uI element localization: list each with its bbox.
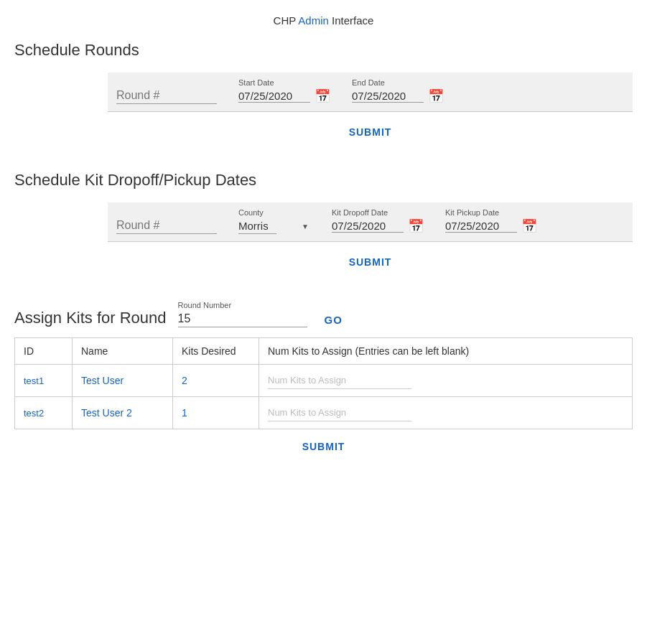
kits-table-body: test1 Test User 2 test2 Test User 2 1 xyxy=(15,365,633,429)
start-date-label: Start Date xyxy=(238,78,330,87)
row2-kits-desired: 1 xyxy=(173,397,259,429)
col-name: Name xyxy=(73,338,173,365)
end-date-field-group: End Date 📅 xyxy=(352,78,444,104)
row1-id: test1 xyxy=(15,365,73,397)
assign-kits-header: Assign Kits for Round Round Number GO xyxy=(14,301,633,327)
pickup-date-calendar-icon[interactable]: 📅 xyxy=(521,218,537,234)
schedule-rounds-form: Start Date 📅 End Date 📅 xyxy=(108,73,633,112)
dropoff-date-field: 📅 xyxy=(332,218,424,234)
dropoff-date-input[interactable] xyxy=(332,220,404,233)
kits-table-header: ID Name Kits Desired Num Kits to Assign … xyxy=(15,338,633,365)
schedule-dropoff-submit-row: SUBMIT xyxy=(108,252,633,272)
dropoff-date-field-group: Kit Dropoff Date 📅 xyxy=(332,208,424,234)
assign-kits-submit-button[interactable]: SUBMIT xyxy=(288,437,360,457)
pickup-date-label: Kit Pickup Date xyxy=(445,208,537,217)
row2-name: Test User 2 xyxy=(73,397,173,429)
assign-kits-submit-row: SUBMIT xyxy=(14,437,633,457)
start-date-calendar-icon[interactable]: 📅 xyxy=(315,88,330,104)
end-date-input[interactable] xyxy=(352,90,424,103)
dropoff-date-calendar-icon[interactable]: 📅 xyxy=(408,218,424,234)
schedule-dropoff-section: Schedule Kit Dropoff/Pickup Dates County… xyxy=(14,171,633,272)
start-date-field-group: Start Date 📅 xyxy=(238,78,330,104)
row1-num-kits-cell xyxy=(259,365,633,397)
schedule-rounds-submit-button[interactable]: SUBMIT xyxy=(335,122,406,142)
pickup-date-input[interactable] xyxy=(445,220,517,233)
assign-round-number-input[interactable] xyxy=(178,311,307,327)
county-label: County xyxy=(238,208,310,217)
pickup-date-field-group: Kit Pickup Date 📅 xyxy=(445,208,537,234)
app-title: CHP Admin Interface xyxy=(14,7,633,41)
kits-table-header-row: ID Name Kits Desired Num Kits to Assign … xyxy=(15,338,633,365)
row2-num-kits-cell xyxy=(259,397,633,429)
assign-round-number-group: Round Number xyxy=(178,301,307,327)
assign-kits-section: Assign Kits for Round Round Number GO ID… xyxy=(14,301,633,457)
col-id: ID xyxy=(15,338,73,365)
end-date-calendar-icon[interactable]: 📅 xyxy=(428,88,444,104)
dropoff-round-number-input[interactable] xyxy=(116,218,217,234)
county-field-group: County Morris Essex Bergen Hudson Passai… xyxy=(238,208,310,234)
kits-table: ID Name Kits Desired Num Kits to Assign … xyxy=(14,337,633,429)
end-date-label: End Date xyxy=(352,78,444,87)
start-date-field: 📅 xyxy=(238,88,330,104)
assign-round-number-label: Round Number xyxy=(178,301,307,309)
row1-num-kits-input[interactable] xyxy=(268,372,411,389)
dropoff-round-field-group xyxy=(116,218,217,234)
row2-num-kits-input[interactable] xyxy=(268,404,411,421)
county-select[interactable]: Morris Essex Bergen Hudson Passaic xyxy=(238,218,276,234)
go-button[interactable]: GO xyxy=(319,312,348,327)
dropoff-date-label: Kit Dropoff Date xyxy=(332,208,424,217)
round-number-input[interactable] xyxy=(116,88,217,104)
row1-name: Test User xyxy=(73,365,173,397)
table-row: test2 Test User 2 1 xyxy=(15,397,633,429)
row1-kits-desired: 2 xyxy=(173,365,259,397)
end-date-field: 📅 xyxy=(352,88,444,104)
county-select-container: Morris Essex Bergen Hudson Passaic xyxy=(238,218,310,234)
schedule-rounds-title: Schedule Rounds xyxy=(14,41,633,60)
col-num-kits: Num Kits to Assign (Entries can be left … xyxy=(259,338,633,365)
col-kits-desired: Kits Desired xyxy=(173,338,259,365)
row2-id: test2 xyxy=(15,397,73,429)
schedule-dropoff-title: Schedule Kit Dropoff/Pickup Dates xyxy=(14,171,633,190)
assign-kits-title: Assign Kits for Round xyxy=(14,309,167,327)
schedule-rounds-section: Schedule Rounds Start Date 📅 End Date 📅 … xyxy=(14,41,633,142)
schedule-rounds-submit-row: SUBMIT xyxy=(108,122,633,142)
pickup-date-field: 📅 xyxy=(445,218,537,234)
schedule-dropoff-submit-button[interactable]: SUBMIT xyxy=(335,252,406,272)
table-row: test1 Test User 2 xyxy=(15,365,633,397)
round-number-field-group xyxy=(116,88,217,104)
schedule-dropoff-form: County Morris Essex Bergen Hudson Passai… xyxy=(108,202,633,242)
start-date-input[interactable] xyxy=(238,90,310,103)
